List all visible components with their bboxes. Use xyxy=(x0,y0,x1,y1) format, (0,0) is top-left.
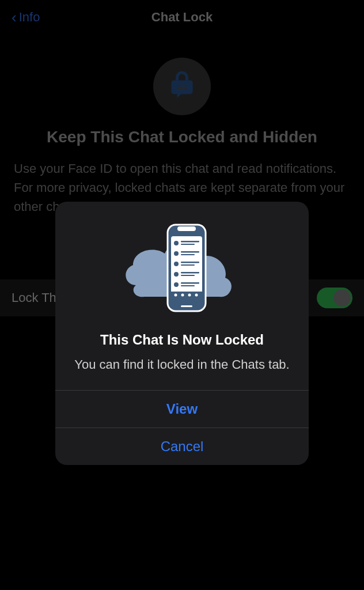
svg-rect-7 xyxy=(181,244,195,245)
svg-rect-9 xyxy=(181,251,199,253)
svg-rect-3 xyxy=(177,226,196,231)
svg-point-24 xyxy=(195,294,198,297)
modal-actions: View Cancel xyxy=(55,390,309,465)
svg-point-21 xyxy=(175,294,177,297)
svg-rect-10 xyxy=(181,254,195,255)
modal-body: This Chat Is Now Locked You can find it … xyxy=(55,202,309,390)
svg-rect-15 xyxy=(181,272,199,274)
svg-rect-26 xyxy=(181,305,192,307)
view-button[interactable]: View xyxy=(55,391,309,428)
svg-point-23 xyxy=(188,294,191,297)
svg-rect-16 xyxy=(181,275,195,276)
modal-illustration xyxy=(113,219,251,317)
svg-point-11 xyxy=(174,262,179,266)
svg-point-5 xyxy=(174,241,179,245)
modal-message: You can find it locked in the Chats tab. xyxy=(74,356,289,374)
svg-rect-6 xyxy=(181,241,199,243)
svg-rect-4 xyxy=(171,236,202,298)
svg-point-22 xyxy=(181,294,184,297)
svg-rect-18 xyxy=(181,282,199,284)
svg-point-17 xyxy=(174,282,179,287)
modal-title: This Chat Is Now Locked xyxy=(100,332,264,348)
modal-overlay: This Chat Is Now Locked You can find it … xyxy=(0,0,364,590)
svg-point-14 xyxy=(174,272,179,277)
svg-rect-12 xyxy=(181,262,199,263)
cancel-button[interactable]: Cancel xyxy=(55,428,309,465)
svg-point-8 xyxy=(174,251,179,256)
svg-rect-19 xyxy=(181,285,195,286)
confirmation-modal: This Chat Is Now Locked You can find it … xyxy=(55,202,309,465)
svg-rect-13 xyxy=(181,264,195,266)
